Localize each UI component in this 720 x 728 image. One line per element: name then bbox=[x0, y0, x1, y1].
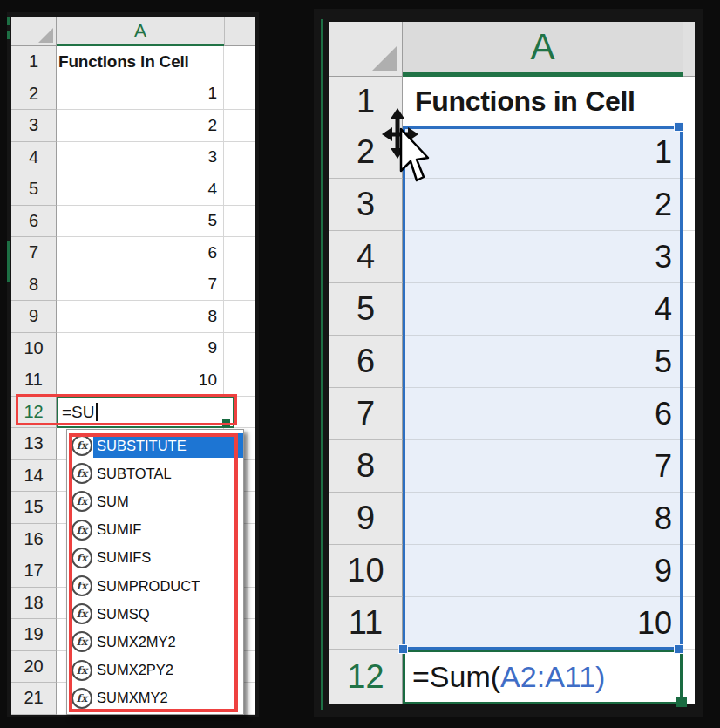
sheet-row-8: 87 bbox=[329, 440, 695, 493]
row-header-7[interactable]: 7 bbox=[329, 388, 403, 440]
cell-A9[interactable]: 8 bbox=[403, 493, 683, 545]
column-header-b-sliver bbox=[224, 17, 255, 46]
cell-A4[interactable]: 3 bbox=[57, 142, 224, 174]
row-header-8[interactable]: 8 bbox=[11, 269, 57, 302]
column-header-a[interactable]: A bbox=[403, 22, 683, 77]
window-edge-mark bbox=[7, 17, 10, 25]
row-header-7[interactable]: 7 bbox=[11, 237, 57, 269]
selection-handle-bottom-left[interactable] bbox=[399, 645, 407, 653]
column-header-b-sliver bbox=[683, 22, 695, 77]
cell-B5-sliver bbox=[224, 173, 255, 206]
cell-B9-sliver bbox=[224, 301, 255, 333]
screenshot-canvas: A 1Functions in Cell21324354657687981091… bbox=[0, 0, 720, 728]
cell-A4[interactable]: 3 bbox=[403, 231, 683, 283]
sheet-row-3: 32 bbox=[11, 110, 255, 142]
row-header-5[interactable]: 5 bbox=[11, 173, 57, 206]
sheet-row-10: 109 bbox=[329, 545, 695, 597]
row-header-12[interactable]: 12 bbox=[329, 650, 403, 704]
selection-handle-top-right[interactable] bbox=[675, 123, 683, 131]
cell-A10[interactable]: 9 bbox=[403, 545, 683, 597]
autocomplete-item-sumxmy2[interactable]: fxSUMXMY2 bbox=[67, 684, 243, 712]
row-header-15[interactable]: 15 bbox=[11, 492, 57, 524]
row-header-12[interactable]: 12 bbox=[11, 397, 57, 429]
row-header-9[interactable]: 9 bbox=[11, 301, 57, 333]
fill-handle[interactable] bbox=[676, 697, 687, 707]
row-header-17[interactable]: 17 bbox=[11, 555, 57, 588]
cell-B1-sliver bbox=[683, 77, 695, 126]
cell-B11-sliver bbox=[224, 364, 255, 397]
column-header-row: A bbox=[329, 22, 695, 77]
row-header-3[interactable]: 3 bbox=[11, 110, 57, 142]
fx-icon: fx bbox=[71, 631, 92, 652]
row-header-11[interactable]: 11 bbox=[329, 597, 403, 650]
cell-A11[interactable]: 10 bbox=[403, 597, 683, 650]
row-header-10[interactable]: 10 bbox=[11, 333, 57, 365]
row-header-21[interactable]: 21 bbox=[11, 683, 57, 715]
cell-A9[interactable]: 8 bbox=[57, 301, 224, 333]
row-header-19[interactable]: 19 bbox=[11, 619, 57, 651]
cell-B10-sliver bbox=[224, 333, 255, 365]
cell-A10[interactable]: 9 bbox=[57, 333, 224, 365]
row-header-4[interactable]: 4 bbox=[329, 231, 403, 283]
cell-A8[interactable]: 7 bbox=[57, 269, 224, 302]
cell-B7-sliver bbox=[683, 388, 695, 440]
select-all-button[interactable] bbox=[11, 17, 57, 46]
cell-A1[interactable]: Functions in Cell bbox=[57, 46, 224, 78]
row-header-11[interactable]: 11 bbox=[11, 364, 57, 397]
cell-A3[interactable]: 2 bbox=[57, 110, 224, 142]
cell-A8[interactable]: 7 bbox=[403, 440, 683, 493]
cell-A1[interactable]: Functions in Cell bbox=[403, 77, 683, 126]
row-header-2[interactable]: 2 bbox=[11, 78, 57, 111]
cell-A12[interactable]: =Sum(A2:A11) bbox=[403, 650, 683, 704]
cell-A7[interactable]: 6 bbox=[403, 388, 683, 440]
autocomplete-item-sumproduct[interactable]: fxSUMPRODUCT bbox=[67, 572, 243, 600]
autocomplete-item-label: SUM bbox=[93, 489, 243, 514]
sheet-row-9: 98 bbox=[329, 493, 695, 545]
row-header-14[interactable]: 14 bbox=[11, 460, 57, 493]
autocomplete-item-sumx2py2[interactable]: fxSUMX2PY2 bbox=[67, 657, 243, 684]
cell-A7[interactable]: 6 bbox=[57, 237, 224, 269]
row-header-13[interactable]: 13 bbox=[11, 428, 57, 460]
row-header-6[interactable]: 6 bbox=[329, 336, 403, 388]
row-header-5[interactable]: 5 bbox=[329, 283, 403, 336]
cell-A12[interactable]: =SU bbox=[57, 397, 234, 429]
cell-A6[interactable]: 5 bbox=[57, 206, 224, 238]
selection-handle-bottom-right[interactable] bbox=[675, 645, 683, 653]
autocomplete-item-sum[interactable]: fxSUM bbox=[67, 487, 243, 515]
row-header-9[interactable]: 9 bbox=[329, 493, 403, 545]
row-header-10[interactable]: 10 bbox=[329, 545, 403, 597]
cell-A2[interactable]: 1 bbox=[403, 126, 683, 179]
autocomplete-item-substitute[interactable]: fxSUBSTITUTE bbox=[67, 432, 243, 459]
row-header-6[interactable]: 6 bbox=[11, 206, 57, 238]
cell-A5[interactable]: 4 bbox=[403, 283, 683, 336]
sheet-row-12: 12=Sum(A2:A11) bbox=[329, 650, 695, 704]
autocomplete-item-subtotal[interactable]: fxSUBTOTAL bbox=[67, 459, 243, 487]
cell-A5[interactable]: 4 bbox=[57, 173, 224, 206]
column-header-a[interactable]: A bbox=[57, 17, 224, 46]
cell-B4-sliver bbox=[224, 142, 255, 174]
row-header-8[interactable]: 8 bbox=[329, 440, 403, 493]
autocomplete-item-sumsq[interactable]: fxSUMSQ bbox=[67, 600, 243, 628]
fx-icon: fx bbox=[71, 491, 92, 512]
select-all-button[interactable] bbox=[329, 22, 403, 77]
autocomplete-item-label: SUMX2PY2 bbox=[93, 658, 243, 683]
cell-B2-sliver bbox=[224, 78, 255, 111]
cell-A6[interactable]: 5 bbox=[403, 336, 683, 388]
row-header-1[interactable]: 1 bbox=[11, 46, 57, 78]
sheet-row-7: 76 bbox=[329, 388, 695, 440]
fx-icon: fx bbox=[71, 575, 92, 596]
cell-B11-sliver bbox=[683, 597, 695, 650]
cell-A3[interactable]: 2 bbox=[403, 179, 683, 231]
row-header-20[interactable]: 20 bbox=[11, 651, 57, 684]
fill-handle[interactable] bbox=[222, 419, 230, 427]
autocomplete-item-sumx2my2[interactable]: fxSUMX2MY2 bbox=[67, 628, 243, 656]
cell-B8-sliver bbox=[224, 269, 255, 302]
cell-A11[interactable]: 10 bbox=[57, 364, 224, 397]
row-header-16[interactable]: 16 bbox=[11, 524, 57, 556]
cell-A2[interactable]: 1 bbox=[57, 78, 224, 111]
autocomplete-item-sumifs[interactable]: fxSUMIFS bbox=[67, 544, 243, 572]
autocomplete-item-sumif[interactable]: fxSUMIF bbox=[67, 516, 243, 544]
autocomplete-item-label: SUMPRODUCT bbox=[93, 574, 243, 598]
row-header-4[interactable]: 4 bbox=[11, 142, 57, 174]
row-header-18[interactable]: 18 bbox=[11, 588, 57, 620]
